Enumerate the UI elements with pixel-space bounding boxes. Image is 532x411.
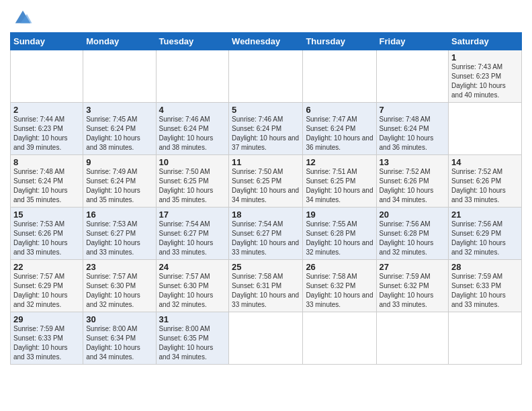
day-number: 21 bbox=[451, 210, 519, 220]
day-info: Sunrise: 7:43 AMSunset: 6:23 PMDaylight:… bbox=[451, 62, 519, 100]
day-number: 24 bbox=[159, 262, 226, 272]
calendar-cell: 8Sunrise: 7:48 AMSunset: 6:24 PMDaylight… bbox=[11, 155, 83, 208]
week-row-2: 8Sunrise: 7:48 AMSunset: 6:24 PMDaylight… bbox=[11, 155, 522, 208]
day-info: Sunrise: 7:53 AMSunset: 6:26 PMDaylight:… bbox=[13, 220, 80, 257]
page-container: SundayMondayTuesdayWednesdayThursdayFrid… bbox=[0, 0, 532, 371]
day-number: 26 bbox=[306, 262, 373, 272]
day-header-monday: Monday bbox=[83, 33, 156, 50]
calendar-cell: 29Sunrise: 7:59 AMSunset: 6:33 PMDayligh… bbox=[11, 312, 83, 365]
day-info: Sunrise: 7:57 AMSunset: 6:30 PMDaylight:… bbox=[159, 272, 226, 310]
day-number: 9 bbox=[86, 157, 152, 167]
day-number: 17 bbox=[159, 210, 226, 220]
calendar-cell bbox=[376, 50, 449, 103]
day-info: Sunrise: 7:59 AMSunset: 6:33 PMDaylight:… bbox=[451, 272, 519, 310]
day-info: Sunrise: 7:58 AMSunset: 6:32 PMDaylight:… bbox=[306, 272, 373, 310]
day-number: 27 bbox=[380, 262, 446, 272]
day-number: 30 bbox=[86, 314, 152, 324]
calendar-cell: 12Sunrise: 7:51 AMSunset: 6:25 PMDayligh… bbox=[303, 155, 376, 208]
day-info: Sunrise: 7:46 AMSunset: 6:24 PMDaylight:… bbox=[232, 115, 300, 152]
calendar-cell bbox=[303, 312, 376, 365]
day-info: Sunrise: 7:55 AMSunset: 6:28 PMDaylight:… bbox=[306, 220, 373, 257]
day-header-sunday: Sunday bbox=[11, 33, 83, 50]
day-number: 22 bbox=[13, 262, 80, 272]
day-info: Sunrise: 7:48 AMSunset: 6:24 PMDaylight:… bbox=[380, 115, 446, 152]
calendar-cell bbox=[156, 50, 229, 103]
day-number: 16 bbox=[86, 210, 152, 220]
day-header-thursday: Thursday bbox=[303, 33, 376, 50]
calendar-cell: 31Sunrise: 8:00 AMSunset: 6:35 PMDayligh… bbox=[156, 312, 229, 365]
calendar-cell: 3Sunrise: 7:45 AMSunset: 6:24 PMDaylight… bbox=[83, 103, 156, 155]
logo-icon bbox=[13, 7, 33, 27]
day-number: 7 bbox=[380, 105, 446, 115]
calendar-cell: 30Sunrise: 8:00 AMSunset: 6:34 PMDayligh… bbox=[83, 312, 156, 365]
day-info: Sunrise: 7:46 AMSunset: 6:24 PMDaylight:… bbox=[159, 115, 226, 152]
calendar-cell bbox=[229, 312, 303, 365]
calendar-cell bbox=[449, 103, 522, 155]
calendar-cell: 18Sunrise: 7:54 AMSunset: 6:27 PMDayligh… bbox=[229, 208, 303, 260]
calendar-cell: 26Sunrise: 7:58 AMSunset: 6:32 PMDayligh… bbox=[303, 260, 376, 312]
calendar-cell bbox=[229, 50, 303, 103]
day-info: Sunrise: 7:59 AMSunset: 6:33 PMDaylight:… bbox=[13, 324, 80, 362]
week-row-0: 1Sunrise: 7:43 AMSunset: 6:23 PMDaylight… bbox=[11, 50, 522, 103]
day-info: Sunrise: 8:00 AMSunset: 6:34 PMDaylight:… bbox=[86, 324, 152, 362]
day-number: 10 bbox=[159, 157, 226, 167]
day-header-tuesday: Tuesday bbox=[156, 33, 229, 50]
week-row-4: 22Sunrise: 7:57 AMSunset: 6:29 PMDayligh… bbox=[11, 260, 522, 312]
calendar-cell: 20Sunrise: 7:56 AMSunset: 6:28 PMDayligh… bbox=[376, 208, 449, 260]
calendar-cell: 22Sunrise: 7:57 AMSunset: 6:29 PMDayligh… bbox=[11, 260, 83, 312]
calendar-cell bbox=[303, 50, 376, 103]
calendar-cell: 14Sunrise: 7:52 AMSunset: 6:26 PMDayligh… bbox=[449, 155, 522, 208]
day-header-saturday: Saturday bbox=[449, 33, 522, 50]
calendar-cell: 28Sunrise: 7:59 AMSunset: 6:33 PMDayligh… bbox=[449, 260, 522, 312]
day-number: 5 bbox=[232, 105, 300, 115]
calendar-cell: 11Sunrise: 7:50 AMSunset: 6:25 PMDayligh… bbox=[229, 155, 303, 208]
header-row: SundayMondayTuesdayWednesdayThursdayFrid… bbox=[11, 33, 522, 50]
day-number: 29 bbox=[13, 314, 80, 324]
calendar-cell: 24Sunrise: 7:57 AMSunset: 6:30 PMDayligh… bbox=[156, 260, 229, 312]
calendar-cell: 10Sunrise: 7:50 AMSunset: 6:25 PMDayligh… bbox=[156, 155, 229, 208]
day-number: 14 bbox=[451, 157, 519, 167]
calendar-cell bbox=[83, 50, 156, 103]
day-number: 6 bbox=[306, 105, 373, 115]
day-number: 4 bbox=[159, 105, 226, 115]
day-number: 2 bbox=[13, 105, 80, 115]
week-row-3: 15Sunrise: 7:53 AMSunset: 6:26 PMDayligh… bbox=[11, 208, 522, 260]
calendar-cell: 15Sunrise: 7:53 AMSunset: 6:26 PMDayligh… bbox=[11, 208, 83, 260]
day-info: Sunrise: 7:57 AMSunset: 6:30 PMDaylight:… bbox=[86, 272, 152, 310]
calendar-cell: 19Sunrise: 7:55 AMSunset: 6:28 PMDayligh… bbox=[303, 208, 376, 260]
day-number: 15 bbox=[13, 210, 80, 220]
week-row-1: 2Sunrise: 7:44 AMSunset: 6:23 PMDaylight… bbox=[11, 103, 522, 155]
calendar-table: SundayMondayTuesdayWednesdayThursdayFrid… bbox=[10, 32, 522, 365]
day-info: Sunrise: 8:00 AMSunset: 6:35 PMDaylight:… bbox=[159, 324, 226, 362]
day-info: Sunrise: 7:47 AMSunset: 6:24 PMDaylight:… bbox=[306, 115, 373, 152]
day-info: Sunrise: 7:56 AMSunset: 6:28 PMDaylight:… bbox=[380, 220, 446, 257]
day-info: Sunrise: 7:57 AMSunset: 6:29 PMDaylight:… bbox=[13, 272, 80, 310]
calendar-cell: 7Sunrise: 7:48 AMSunset: 6:24 PMDaylight… bbox=[376, 103, 449, 155]
day-number: 11 bbox=[232, 157, 300, 167]
day-number: 20 bbox=[380, 210, 446, 220]
week-row-5: 29Sunrise: 7:59 AMSunset: 6:33 PMDayligh… bbox=[11, 312, 522, 365]
header bbox=[10, 7, 522, 27]
day-number: 18 bbox=[232, 210, 300, 220]
calendar-cell bbox=[376, 312, 449, 365]
calendar-cell: 6Sunrise: 7:47 AMSunset: 6:24 PMDaylight… bbox=[303, 103, 376, 155]
calendar-cell: 23Sunrise: 7:57 AMSunset: 6:30 PMDayligh… bbox=[83, 260, 156, 312]
calendar-cell: 9Sunrise: 7:49 AMSunset: 6:24 PMDaylight… bbox=[83, 155, 156, 208]
day-info: Sunrise: 7:52 AMSunset: 6:26 PMDaylight:… bbox=[451, 167, 519, 205]
calendar-cell: 5Sunrise: 7:46 AMSunset: 6:24 PMDaylight… bbox=[229, 103, 303, 155]
day-number: 13 bbox=[380, 157, 446, 167]
day-header-friday: Friday bbox=[376, 33, 449, 50]
day-info: Sunrise: 7:54 AMSunset: 6:27 PMDaylight:… bbox=[159, 220, 226, 257]
day-info: Sunrise: 7:44 AMSunset: 6:23 PMDaylight:… bbox=[13, 115, 80, 152]
calendar-cell: 16Sunrise: 7:53 AMSunset: 6:27 PMDayligh… bbox=[83, 208, 156, 260]
day-info: Sunrise: 7:48 AMSunset: 6:24 PMDaylight:… bbox=[13, 167, 80, 205]
day-info: Sunrise: 7:51 AMSunset: 6:25 PMDaylight:… bbox=[306, 167, 373, 205]
day-number: 12 bbox=[306, 157, 373, 167]
calendar-cell: 2Sunrise: 7:44 AMSunset: 6:23 PMDaylight… bbox=[11, 103, 83, 155]
day-info: Sunrise: 7:58 AMSunset: 6:31 PMDaylight:… bbox=[232, 272, 300, 310]
day-info: Sunrise: 7:54 AMSunset: 6:27 PMDaylight:… bbox=[232, 220, 300, 257]
day-info: Sunrise: 7:49 AMSunset: 6:24 PMDaylight:… bbox=[86, 167, 152, 205]
day-info: Sunrise: 7:52 AMSunset: 6:26 PMDaylight:… bbox=[380, 167, 446, 205]
calendar-cell: 21Sunrise: 7:56 AMSunset: 6:29 PMDayligh… bbox=[449, 208, 522, 260]
day-number: 8 bbox=[13, 157, 80, 167]
